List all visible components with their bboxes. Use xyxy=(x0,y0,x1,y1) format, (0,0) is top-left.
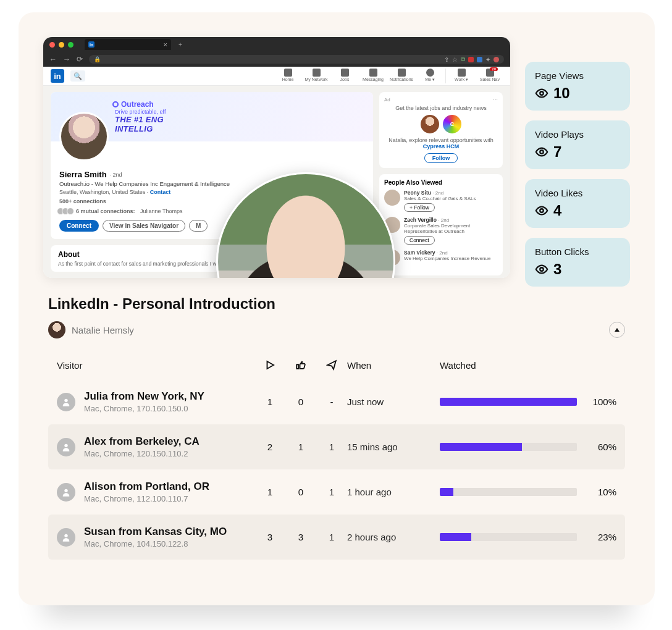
linkedin-logo-icon[interactable]: in xyxy=(51,69,64,83)
people-also-viewed: People Also Viewed Peony Situ · 2ndSales… xyxy=(379,174,503,275)
svg-point-1 xyxy=(540,150,544,154)
svg-marker-4 xyxy=(615,328,620,332)
address-bar[interactable]: 🔒 ⇪☆⧉ ✦ xyxy=(89,55,504,64)
svg-point-8 xyxy=(64,489,67,492)
ad-heading: Get the latest jobs and industry news xyxy=(384,105,498,111)
browser-tab[interactable]: in × xyxy=(85,39,171,50)
visitor-likes: 0 xyxy=(285,487,316,497)
visitor-clicks: 1 xyxy=(316,442,347,452)
ad-body: Natalia, explore relevant opportunities … xyxy=(384,137,498,149)
page-title: LinkedIn - Personal Introduction xyxy=(48,295,625,313)
stat-button-clicks: Button Clicks3 xyxy=(525,238,630,287)
li-nav-me-[interactable]: Me ▾ xyxy=(417,69,443,83)
pav-action-button[interactable]: + Follow xyxy=(404,203,435,212)
window-max-icon[interactable] xyxy=(68,42,74,48)
visitor-avatar-icon xyxy=(57,483,75,502)
li-nav-my-network[interactable]: My Network xyxy=(303,69,329,83)
analytics-card: in × + ← → ⟳ 🔒 ⇪☆⧉ xyxy=(19,12,655,605)
visitor-watched: 60% xyxy=(440,442,616,452)
author-avatar[interactable] xyxy=(48,321,65,338)
visitor-meta: Mac, Chrome, 170.160.150.0 xyxy=(84,404,204,413)
forward-icon[interactable]: → xyxy=(63,55,70,64)
li-nav-jobs[interactable]: Jobs xyxy=(332,69,358,83)
linkedin-preview: in × + ← → ⟳ 🔒 ⇪☆⧉ xyxy=(43,37,510,278)
visitor-clicks: 1 xyxy=(316,532,347,542)
visitor-clicks: 1 xyxy=(316,487,347,497)
visitor-when: 2 hours ago xyxy=(347,532,440,542)
visitor-avatar-icon xyxy=(57,528,75,547)
pav-row[interactable]: Sam Vickery · 2ndWe Help Companies Incre… xyxy=(384,250,498,266)
svg-point-9 xyxy=(64,534,67,537)
banner-headline: THE #1 ENG INTELLIG xyxy=(115,115,166,133)
pav-row[interactable]: Peony Situ · 2ndSales & Co-chair of Gals… xyxy=(384,190,498,212)
visitor-likes: 1 xyxy=(285,442,316,452)
table-header: Visitor When Watched xyxy=(48,359,625,379)
plays-icon xyxy=(254,359,285,371)
pav-heading: People Also Viewed xyxy=(384,179,498,186)
visitor-plays: 1 xyxy=(254,397,285,407)
visitor-avatar-icon xyxy=(57,438,75,456)
pav-avatar xyxy=(384,190,400,206)
reload-icon[interactable]: ⟳ xyxy=(77,55,83,64)
stat-video-likes: Video Likes4 xyxy=(525,179,630,228)
author-name: Natalie Hemsly xyxy=(72,325,134,335)
visitor-row[interactable]: Susan from Kansas City, MO Mac, Chrome, … xyxy=(48,514,625,560)
svg-point-7 xyxy=(64,443,67,447)
new-tab-icon[interactable]: + xyxy=(178,41,182,48)
visitor-name: Susan from Kansas City, MO xyxy=(84,526,227,538)
svg-point-6 xyxy=(64,398,67,401)
likes-icon xyxy=(285,359,316,371)
visitor-clicks: - xyxy=(316,397,347,407)
clicks-icon xyxy=(316,359,347,371)
li-nav-messaging[interactable]: Messaging xyxy=(360,69,386,83)
window-min-icon[interactable] xyxy=(59,42,64,48)
collapse-toggle[interactable] xyxy=(609,322,625,338)
li-nav-notifications[interactable]: Notifications xyxy=(388,69,414,83)
visitor-likes: 3 xyxy=(285,532,316,542)
window-close-icon[interactable] xyxy=(49,42,55,48)
ad-company-icon: C xyxy=(443,115,461,133)
svg-point-3 xyxy=(540,267,544,271)
visitor-meta: Mac, Chrome, 120.150.110.2 xyxy=(84,449,200,458)
visitor-row[interactable]: Alex from Berkeley, CA Mac, Chrome, 120.… xyxy=(48,424,625,469)
ad-follow-button[interactable]: Follow xyxy=(424,153,458,163)
visitor-name: Alex from Berkeley, CA xyxy=(84,435,200,448)
svg-point-2 xyxy=(540,209,544,212)
pav-action-button[interactable]: Connect xyxy=(404,236,435,245)
li-nav-home[interactable]: Home xyxy=(275,69,301,83)
visitor-meta: Mac, Chrome, 112.100.110.7 xyxy=(84,494,209,503)
li-nav-sales-nav[interactable]: Sales Nav20 xyxy=(477,69,503,83)
visitor-watched: 100% xyxy=(440,397,616,407)
linkedin-navbar: in 🔍 HomeMy NetworkJobsMessagingNotifica… xyxy=(43,67,510,86)
visitor-when: 1 hour ago xyxy=(347,487,440,497)
visitor-when: 15 mins ago xyxy=(347,442,440,452)
connect-button[interactable]: Connect xyxy=(59,220,99,232)
ad-card[interactable]: Ad⋯ Get the latest jobs and industry new… xyxy=(379,92,503,168)
visitor-watched: 23% xyxy=(440,532,616,542)
ad-menu-icon[interactable]: ⋯ xyxy=(493,97,498,103)
linkedin-search[interactable]: 🔍 xyxy=(70,70,85,82)
svg-point-0 xyxy=(540,91,544,95)
banner-brand: Outreach xyxy=(112,100,166,109)
profile-avatar[interactable] xyxy=(59,112,109,161)
contact-info-link[interactable]: Contact xyxy=(150,189,171,195)
visitor-row[interactable]: Julia from New York, NY Mac, Chrome, 170… xyxy=(48,379,625,424)
visitor-name: Alison from Portland, OR xyxy=(84,481,209,493)
li-nav-work-[interactable]: Work ▾ xyxy=(448,69,474,83)
ad-avatar xyxy=(421,115,439,133)
visitor-plays: 1 xyxy=(254,487,285,497)
more-button[interactable]: M xyxy=(189,220,208,232)
banner-subtitle: Drive predictable, eff xyxy=(115,109,166,115)
visitor-meta: Mac, Chrome, 104.150.122.8 xyxy=(84,539,227,548)
back-icon[interactable]: ← xyxy=(49,55,57,64)
close-tab-icon[interactable]: × xyxy=(164,41,167,48)
stat-video-plays: Video Plays7 xyxy=(525,120,630,169)
lock-icon: 🔒 xyxy=(94,56,101,62)
pav-row[interactable]: Zach Vergillo · 2ndCorporate Sales Devel… xyxy=(384,217,498,245)
profile-name: Sierra Smith xyxy=(59,170,107,179)
visitor-plays: 3 xyxy=(254,532,285,542)
visitor-watched: 10% xyxy=(440,487,616,497)
visitor-plays: 2 xyxy=(254,442,285,452)
visitor-row[interactable]: Alison from Portland, OR Mac, Chrome, 11… xyxy=(48,469,625,514)
view-in-sales-nav-button[interactable]: View in Sales Navigator xyxy=(103,220,185,232)
